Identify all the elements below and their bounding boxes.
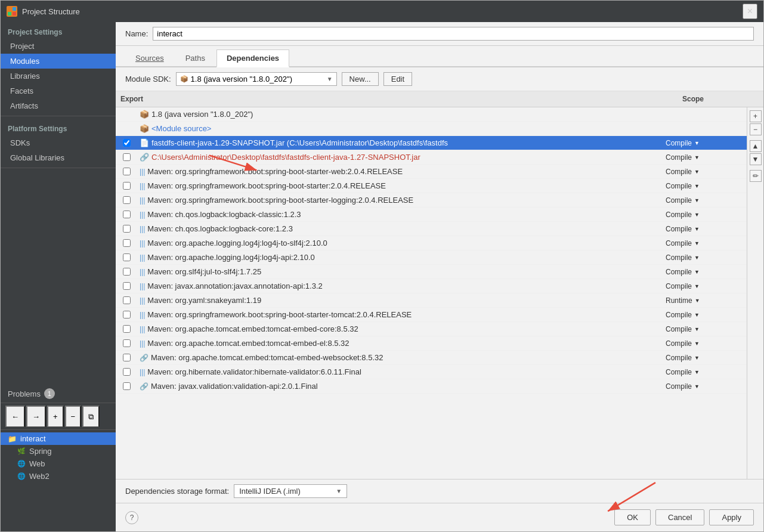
copy-module-button[interactable]: ⧉	[82, 406, 100, 427]
table-row[interactable]: 🔗 Maven: javax.validation:validation-api…	[116, 379, 747, 394]
table-row[interactable]: ||| Maven: ch.qos.logback:logback-classi…	[116, 208, 747, 222]
table-row[interactable]: ||| Maven: org.slf4j:jul-to-slf4j:1.7.25…	[116, 265, 747, 279]
table-header: Export Scope	[116, 91, 763, 107]
table-row[interactable]: ||| Maven: org.springframework.boot:spri…	[116, 165, 747, 179]
svg-rect-3	[13, 12, 16, 16]
dep-checkbox-10[interactable]	[123, 253, 131, 261]
sdk-edit-button[interactable]: Edit	[383, 72, 412, 86]
storage-value: IntelliJ IDEA (.iml)	[239, 487, 301, 496]
dep-checkbox-8[interactable]	[123, 225, 131, 233]
table-row[interactable]: 🔗 Maven: org.apache.tomcat.embed:tomcat-…	[116, 351, 747, 365]
close-button[interactable]: ×	[743, 4, 757, 19]
cancel-button[interactable]: Cancel	[655, 509, 704, 525]
sidebar-item-project[interactable]: Project	[1, 39, 116, 54]
sidebar-item-facets[interactable]: Facets	[1, 83, 116, 98]
scope-17[interactable]: Compile▼	[661, 352, 732, 363]
scope-19[interactable]: Compile▼	[661, 381, 732, 392]
right-action-buttons: + − ▲ ▼ ✏	[747, 107, 763, 479]
scroll-down-button[interactable]: ▼	[750, 153, 762, 165]
tree-item-interact[interactable]: 📁 interact	[1, 432, 116, 445]
scope-12[interactable]: Compile▼	[661, 281, 732, 292]
table-row[interactable]: 📦 <Module source>	[116, 122, 747, 136]
scope-13[interactable]: Runtime▼	[661, 295, 732, 306]
table-row[interactable]: ||| Maven: org.springframework.boot:spri…	[116, 308, 747, 322]
dep-name-module-source: 📦 <Module source>	[137, 123, 661, 134]
tree-item-spring[interactable]: 🌿 Spring	[1, 445, 116, 457]
nav-back-button[interactable]: ←	[5, 406, 25, 427]
table-row[interactable]: 📄 fastdfs-client-java-1.29-SNAPSHOT.jar …	[116, 136, 747, 150]
remove-module-button[interactable]: −	[65, 406, 82, 427]
table-row[interactable]: ||| Maven: org.apache.logging.log4j:log4…	[116, 236, 747, 250]
dep-checkbox-18[interactable]	[123, 368, 131, 376]
ok-button[interactable]: OK	[614, 509, 651, 525]
scope-5[interactable]: Compile▼	[661, 181, 732, 191]
table-row[interactable]: ||| Maven: org.hibernate.validator:hiber…	[116, 365, 747, 379]
sdk-select[interactable]: 📦 1.8 (java version "1.8.0_202") ▼	[176, 72, 337, 86]
storage-select[interactable]: IntelliJ IDEA (.iml) ▼	[234, 484, 347, 498]
scope-fastdfs-snapshot[interactable]: Compile▼	[661, 138, 732, 149]
dep-checkbox-19[interactable]	[123, 382, 131, 390]
dep-checkbox-5[interactable]	[123, 182, 131, 190]
dep-checkbox-12[interactable]	[123, 282, 131, 290]
dep-name-10: ||| Maven: org.apache.logging.log4j:log4…	[137, 252, 661, 263]
table-row[interactable]: ||| Maven: org.springframework.boot:spri…	[116, 179, 747, 193]
add-module-button[interactable]: +	[47, 406, 64, 427]
remove-dep-button[interactable]: −	[750, 123, 762, 135]
dependencies-scroll[interactable]: 📦 1.8 (java version "1.8.0_202") 📦 <	[116, 107, 747, 479]
scope-fastdfs-127[interactable]: Compile▼	[661, 152, 732, 163]
scope-4[interactable]: Compile▼	[661, 166, 732, 177]
table-row[interactable]: ||| Maven: org.apache.logging.log4j:log4…	[116, 250, 747, 265]
dep-checkbox-6[interactable]	[123, 196, 131, 204]
table-row[interactable]: 🔗 C:\Users\Administrator\Desktop\fastdfs…	[116, 150, 747, 165]
add-dep-button[interactable]: +	[750, 110, 762, 122]
sidebar-item-problems[interactable]: Problems 1	[1, 385, 116, 403]
name-input[interactable]	[153, 27, 754, 41]
dep-checkbox-16[interactable]	[123, 339, 131, 347]
edit-dep-button[interactable]: ✏	[750, 170, 762, 182]
dep-checkbox-13[interactable]	[123, 296, 131, 304]
scope-14[interactable]: Compile▼	[661, 310, 732, 320]
scope-10[interactable]: Compile▼	[661, 252, 732, 263]
table-row[interactable]: ||| Maven: ch.qos.logback:logback-core:1…	[116, 222, 747, 236]
scope-7[interactable]: Compile▼	[661, 209, 732, 220]
sidebar-item-sdks[interactable]: SDKs	[1, 135, 116, 150]
table-row[interactable]: ||| Maven: org.apache.tomcat.embed:tomca…	[116, 322, 747, 336]
scroll-up-button[interactable]: ▲	[750, 140, 762, 152]
dep-checkbox-fastdfs-snapshot[interactable]	[123, 139, 131, 147]
dep-name-14: ||| Maven: org.springframework.boot:spri…	[137, 309, 661, 320]
apply-button[interactable]: Apply	[709, 509, 754, 525]
tab-paths[interactable]: Paths	[175, 50, 215, 66]
dep-checkbox-17[interactable]	[123, 354, 131, 361]
sidebar-item-modules[interactable]: Modules	[1, 54, 116, 69]
scope-6[interactable]: Compile▼	[661, 195, 732, 206]
nav-forward-button[interactable]: →	[26, 406, 46, 427]
sidebar-item-global-libraries[interactable]: Global Libraries	[1, 150, 116, 165]
sidebar-item-libraries[interactable]: Libraries	[1, 69, 116, 83]
dep-checkbox-9[interactable]	[123, 239, 131, 247]
tab-sources[interactable]: Sources	[125, 50, 174, 66]
tree-item-web[interactable]: 🌐 Web	[1, 457, 116, 470]
scope-16[interactable]: Compile▼	[661, 338, 732, 349]
sidebar-item-artifacts[interactable]: Artifacts	[1, 98, 116, 113]
tab-dependencies[interactable]: Dependencies	[216, 50, 289, 67]
scope-8[interactable]: Compile▼	[661, 224, 732, 234]
dep-checkbox-7[interactable]	[123, 211, 131, 218]
scope-15[interactable]: Compile▼	[661, 324, 732, 335]
dep-checkbox-14[interactable]	[123, 311, 131, 318]
scope-11[interactable]: Compile▼	[661, 267, 732, 277]
dep-checkbox-4[interactable]	[123, 168, 131, 175]
table-row[interactable]: ||| Maven: org.springframework.boot:spri…	[116, 193, 747, 208]
table-row[interactable]: ||| Maven: org.yaml:snakeyaml:1.19 Runti…	[116, 293, 747, 308]
table-row[interactable]: 📦 1.8 (java version "1.8.0_202")	[116, 107, 747, 122]
sdk-new-button[interactable]: New...	[342, 72, 379, 86]
scope-9[interactable]: Compile▼	[661, 238, 732, 249]
dep-checkbox-15[interactable]	[123, 325, 131, 333]
scope-18[interactable]: Compile▼	[661, 367, 732, 378]
table-row[interactable]: ||| Maven: org.apache.tomcat.embed:tomca…	[116, 336, 747, 351]
help-button[interactable]: ?	[125, 511, 138, 524]
name-label: Name:	[125, 29, 148, 38]
tree-item-web2[interactable]: 🌐 Web2	[1, 470, 116, 482]
dep-checkbox-11[interactable]	[123, 268, 131, 276]
dep-checkbox-fastdfs-127[interactable]	[123, 153, 131, 161]
table-row[interactable]: ||| Maven: javax.annotation:javax.annota…	[116, 279, 747, 293]
